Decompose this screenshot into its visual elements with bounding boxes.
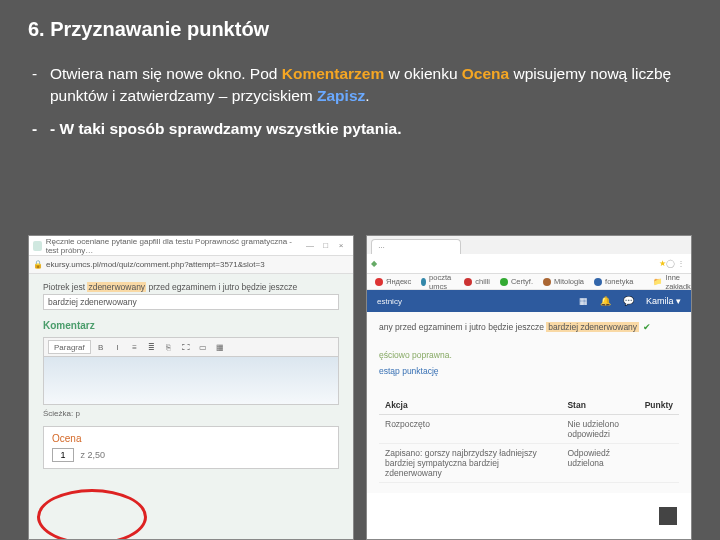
app-icon xyxy=(33,241,42,251)
bookmarks-bar: Яндекс poczta umcs chilli Certyf. Mitolo… xyxy=(367,274,691,290)
sentence-line-1: Piotrek jest zdenerwowany przed egzamine… xyxy=(43,282,339,292)
list-ol-button[interactable]: ≣ xyxy=(145,340,159,354)
screenshot-left: Ręcznie oceniane pytanie gapfill dla tes… xyxy=(28,235,354,540)
answer-box: bardziej zdenerwowany xyxy=(43,294,339,310)
bookmark-item[interactable]: Mitologia xyxy=(543,277,584,286)
menu-icon[interactable]: ⋮ xyxy=(677,259,687,268)
lock-icon: 🔒 xyxy=(33,260,43,269)
highlight-komentarzem: Komentarzem xyxy=(282,65,385,82)
section-komentarz: Komentarz xyxy=(43,320,339,331)
address-bar[interactable]: 🔒 ekursy.umcs.pl/mod/quiz/comment.php?at… xyxy=(29,256,353,274)
window-title: Ręcznie oceniane pytanie gapfill dla tes… xyxy=(46,237,303,255)
bell-icon[interactable]: 🔔 xyxy=(600,296,611,306)
ocena-panel: Ocena z 2,50 xyxy=(43,426,339,469)
col-state: Stan xyxy=(561,396,638,415)
bullet-2: - W taki sposób sprawdzamy wszystkie pyt… xyxy=(32,118,692,140)
answer-line: any przed egzaminem i jutro będzie jeszc… xyxy=(379,322,679,332)
minimize-icon[interactable]: — xyxy=(302,241,318,250)
bookmark-folder[interactable]: 📁Inne zakładki xyxy=(653,273,692,291)
folder-icon: 📁 xyxy=(653,277,662,286)
bookmark-item[interactable]: Яндекс xyxy=(375,277,411,286)
list-button[interactable]: ≡ xyxy=(128,340,142,354)
editor-path: Ścieżka: p xyxy=(43,409,339,418)
partial-correct-note: ęściowo poprawna. xyxy=(379,350,679,360)
media-button[interactable]: ▦ xyxy=(213,340,227,354)
table-row: RozpoczętoNie udzielono odpowiedzi xyxy=(379,415,679,444)
chat-icon[interactable]: 💬 xyxy=(623,296,634,306)
highlight-ocena: Ocena xyxy=(462,65,509,82)
grid-icon[interactable]: ▦ xyxy=(579,296,588,306)
bullet-list: Otwiera nam się nowe okno. Pod Komentarz… xyxy=(28,63,692,140)
dot-icon xyxy=(500,278,508,286)
dot-icon xyxy=(543,278,551,286)
slide-title: 6. Przyznawanie punktów xyxy=(28,18,692,41)
check-icon: ✔ xyxy=(643,322,651,332)
browser-tab[interactable]: … xyxy=(371,239,461,254)
col-points: Punkty xyxy=(639,396,679,415)
close-icon[interactable]: × xyxy=(333,241,349,250)
image-button[interactable]: ▭ xyxy=(196,340,210,354)
paragraph-dropdown[interactable]: Paragraf xyxy=(48,340,91,354)
user-menu[interactable]: Kamila ▾ xyxy=(646,296,681,306)
dot-icon xyxy=(464,278,472,286)
annotation-oval xyxy=(37,489,147,540)
override-score-link[interactable]: estąp punktację xyxy=(379,366,679,376)
ocena-of: z 2,50 xyxy=(81,450,106,460)
circle-icon[interactable]: ◯ xyxy=(666,259,677,268)
history-table: Akcja Stan Punkty RozpoczętoNie udzielon… xyxy=(379,396,679,483)
star-icon[interactable]: ★ xyxy=(659,259,666,268)
bookmark-item[interactable]: poczta umcs xyxy=(421,273,454,291)
screenshot-right: … ◆ ★ ◯ ⋮ Яндекс poczta umcs chilli Cert… xyxy=(366,235,692,540)
url-text: ekursy.umcs.pl/mod/quiz/comment.php?atte… xyxy=(46,260,265,269)
dot-icon xyxy=(594,278,602,286)
breadcrumb-tail[interactable]: estnicy xyxy=(377,297,402,306)
shield-icon: ◆ xyxy=(371,259,377,268)
ocena-input[interactable] xyxy=(52,448,74,462)
highlight-zapisz: Zapisz xyxy=(317,87,365,104)
italic-button[interactable]: I xyxy=(111,340,125,354)
table-row: Zapisano: gorszy najbrzydszy ładniejszy … xyxy=(379,444,679,483)
browser-urlbar[interactable]: ◆ ★ ◯ ⋮ xyxy=(367,254,691,274)
moodle-navbar: estnicy ▦ 🔔 💬 Kamila ▾ xyxy=(367,290,691,312)
bookmark-item[interactable]: fonetyka xyxy=(594,277,633,286)
editor-textarea[interactable] xyxy=(43,357,339,405)
bullet-1: Otwiera nam się nowe okno. Pod Komentarz… xyxy=(32,63,692,108)
browser-tabs: … xyxy=(367,236,691,254)
bookmark-item[interactable]: Certyf. xyxy=(500,277,533,286)
editor-toolbar: Paragraf B I ≡ ≣ ⎘ ⛶ ▭ ▦ xyxy=(43,337,339,357)
dot-icon xyxy=(375,278,383,286)
col-action: Akcja xyxy=(379,396,561,415)
ocena-label: Ocena xyxy=(52,433,330,444)
bold-button[interactable]: B xyxy=(94,340,108,354)
link-button[interactable]: ⎘ xyxy=(162,340,176,354)
window-titlebar: Ręcznie oceniane pytanie gapfill dla tes… xyxy=(29,236,353,256)
bookmark-item[interactable]: chilli xyxy=(464,277,490,286)
unlink-button[interactable]: ⛶ xyxy=(179,340,193,354)
maximize-icon[interactable]: □ xyxy=(318,241,334,250)
page-number-box xyxy=(659,507,677,525)
dot-icon xyxy=(421,278,426,286)
